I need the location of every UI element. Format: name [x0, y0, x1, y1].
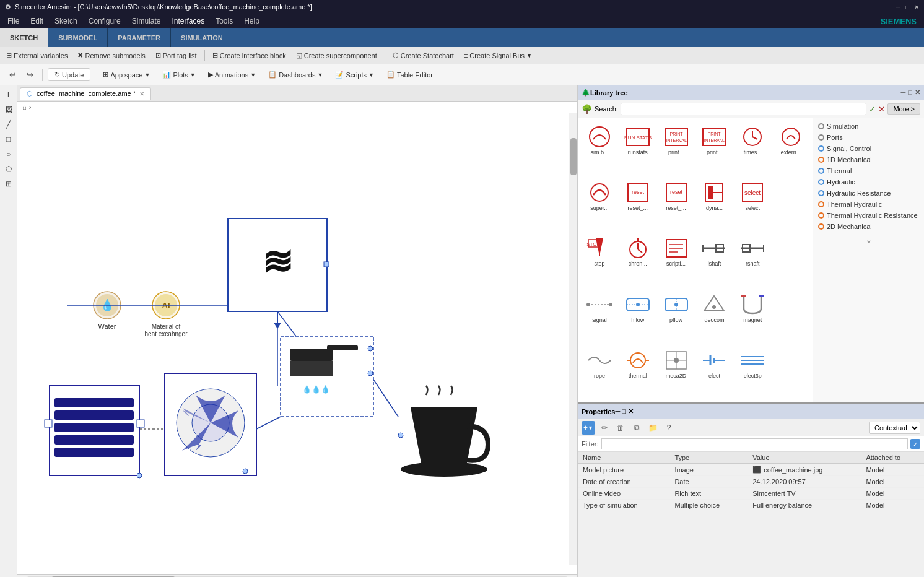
redo-button[interactable]: ↪ [22, 67, 37, 82]
comp-times[interactable]: times... [733, 121, 772, 176]
table-row[interactable]: Online video Rich text Simcentert TV Mod… [578, 488, 924, 500]
coffee-cup[interactable] [398, 386, 490, 477]
comp-lshaft[interactable]: lshaft [695, 232, 733, 288]
library-minimize-button[interactable]: ─ [901, 89, 906, 97]
comp-scripti[interactable]: scripti... [657, 232, 695, 288]
tree-expand-down[interactable]: ⌄ [813, 232, 924, 247]
comp-rope[interactable]: rope [580, 344, 619, 400]
pump-component[interactable] [165, 373, 256, 475]
comp-super[interactable]: super... [580, 176, 619, 232]
menu-tools[interactable]: Tools [211, 15, 238, 27]
tree-item-ports[interactable]: Ports [813, 132, 924, 143]
canvas-tab-item[interactable]: ⬡ coffee_machine_complete.ame * ✕ [20, 87, 151, 100]
more-button[interactable]: More > [887, 103, 920, 115]
comp-extern[interactable]: extern... [772, 121, 810, 176]
close-button[interactable]: ✕ [914, 4, 919, 11]
menu-file[interactable]: File [2, 15, 24, 27]
canvas-horizontal-scrollbar[interactable]: ◀ ▶ [17, 574, 577, 577]
comp-elect3p[interactable]: elect3p [733, 344, 772, 400]
tree-item-2d-mechanical[interactable]: 2D Mechanical [813, 221, 924, 232]
comp-thermal[interactable]: thermal [619, 344, 657, 400]
folder-property-button[interactable]: 📁 [646, 421, 660, 435]
comp-sim-b[interactable]: sim b... [580, 121, 619, 176]
minimize-button[interactable]: ─ [896, 4, 900, 11]
copy-property-button[interactable]: ⧉ [630, 421, 643, 435]
comp-hflow[interactable]: hflow [619, 288, 657, 344]
comp-geocom[interactable]: geocom [695, 288, 733, 344]
search-confirm-icon[interactable]: ✓ [869, 105, 876, 114]
tool-text[interactable]: T [2, 88, 15, 102]
table-editor-button[interactable]: 📋 Table Editor [381, 69, 438, 80]
comp-reset2[interactable]: reset reset_... [657, 176, 695, 232]
tool-line[interactable]: ╱ [2, 118, 15, 131]
tool-rect[interactable]: □ [2, 132, 15, 146]
canvas-vertical-scrollbar[interactable] [569, 113, 577, 565]
tree-item-hydraulic[interactable]: Hydraulic [813, 176, 924, 188]
props-minimize-button[interactable]: ─ [615, 407, 620, 415]
tool-ellipse[interactable]: ○ [2, 147, 15, 161]
tree-item-thermal-hydraulic[interactable]: Thermal Hydraulic [813, 199, 924, 210]
table-row[interactable]: Model picture Image ⬛ coffee_machine.jpg… [578, 464, 924, 476]
comp-rshaft[interactable]: rshaft [733, 232, 772, 288]
filter-input[interactable] [601, 438, 909, 449]
search-clear-icon[interactable]: ✕ [878, 105, 885, 114]
tab-simulation[interactable]: SIMULATION [171, 28, 233, 47]
menu-configure[interactable]: Configure [84, 15, 126, 27]
tree-item-simulation[interactable]: Simulation [813, 121, 924, 132]
comp-elect[interactable]: elect [695, 344, 733, 400]
tree-item-hydraulic-resistance[interactable]: Hydraulic Resistance [813, 188, 924, 199]
tab-sketch[interactable]: SKETCH [0, 28, 48, 47]
app-space-button[interactable]: ⊞ App space ▼ [98, 69, 155, 80]
props-close-button[interactable]: ✕ [628, 407, 634, 415]
external-variables-button[interactable]: ⊞ External variables [2, 50, 71, 61]
boiler-component[interactable] [45, 386, 144, 478]
help-property-button[interactable]: ? [662, 421, 676, 435]
tab-parameter[interactable]: PARAMETER [108, 28, 171, 47]
edit-property-button[interactable]: ✏ [598, 421, 611, 435]
comp-reset1[interactable]: reset reset_... [619, 176, 657, 232]
tool-extra[interactable]: ⊞ [2, 177, 15, 191]
comp-dyna[interactable]: dyna... [695, 176, 733, 232]
comp-magnet[interactable]: magnet [733, 288, 772, 344]
scripts-button[interactable]: 📝 Scripts ▼ [330, 69, 379, 80]
library-close-button[interactable]: ✕ [915, 89, 920, 97]
espresso-machine[interactable]: 💧💧💧 [281, 336, 373, 417]
add-property-button[interactable]: + ▼ [582, 421, 595, 435]
plots-button[interactable]: 📊 Plots ▼ [157, 69, 200, 80]
animations-button[interactable]: ▶ Animations ▼ [203, 69, 261, 80]
filter-check-button[interactable]: ✓ [910, 439, 920, 449]
create-signal-bus-button[interactable]: ≡ Create Signal Bus ▼ [460, 51, 536, 61]
tool-image[interactable]: 🖼 [2, 103, 15, 116]
comp-runstats[interactable]: RUN STATS runstats [619, 121, 657, 176]
dashboards-button[interactable]: 📋 Dashboards ▼ [263, 69, 328, 80]
home-icon[interactable]: ⌂ [22, 103, 27, 111]
tree-item-thermal-hydraulic-resistance[interactable]: Thermal Hydraulic Resistance [813, 210, 924, 221]
comp-meca2D[interactable]: meca2D [657, 344, 695, 400]
port-tag-list-button[interactable]: ⊡ Port tag list [152, 50, 201, 61]
comp-print1[interactable]: PRINT INTERVAL print... [657, 121, 695, 176]
search-input[interactable] [621, 103, 867, 115]
menu-sketch[interactable]: Sketch [50, 15, 82, 27]
props-restore-button[interactable]: □ [622, 407, 626, 415]
create-interface-block-button[interactable]: ⊟ Create interface block [209, 50, 290, 61]
canvas-area[interactable]: ⬡ coffee_machine_complete.ame * ✕ ⌂ › 💧 [17, 85, 577, 577]
menu-help[interactable]: Help [239, 15, 264, 27]
create-supercomponent-button[interactable]: ◱ Create supercomponent [292, 50, 381, 61]
table-row[interactable]: Type of simulation Multiple choice Full … [578, 500, 924, 511]
create-statechart-button[interactable]: ⬡ Create Statechart [389, 50, 458, 61]
canvas-content[interactable]: 💧 Water AI Material of heat excahnger ≋ [17, 113, 577, 574]
tree-item-thermal[interactable]: Thermal [813, 165, 924, 176]
menu-simulate[interactable]: Simulate [127, 15, 166, 27]
comp-stop[interactable]: STOP stop [580, 232, 619, 288]
delete-property-button[interactable]: 🗑 [614, 421, 627, 435]
comp-select[interactable]: select select [733, 176, 772, 232]
contextual-dropdown[interactable]: Contextual All [869, 422, 920, 434]
tree-item-signal-control[interactable]: Signal, Control [813, 143, 924, 154]
menu-interfaces[interactable]: Interfaces [167, 15, 209, 27]
tool-polygon[interactable]: ⬠ [2, 162, 15, 176]
comp-print2[interactable]: PRINT INTERVAL print... [695, 121, 733, 176]
undo-button[interactable]: ↩ [5, 67, 20, 82]
update-button[interactable]: ↻ Update [48, 68, 90, 81]
remove-submodels-button[interactable]: ✖ Remove submodels [74, 50, 149, 61]
tree-item-1d-mechanical[interactable]: 1D Mechanical [813, 154, 924, 165]
